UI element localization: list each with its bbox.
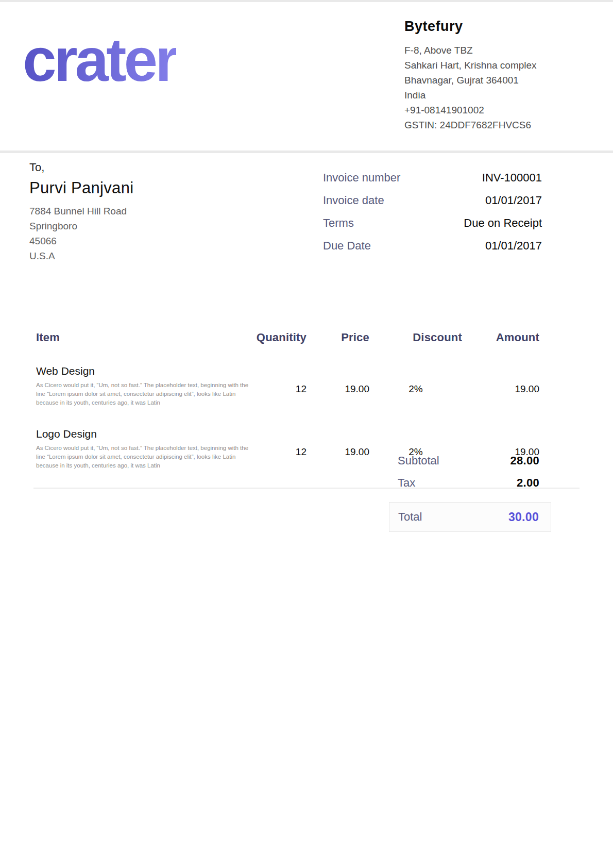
total-value: 30.00 (508, 510, 539, 524)
invoice-page: crater Bytefury F-8, Above TBZ Sahkari H… (0, 0, 613, 868)
customer-name: Purvi Panjvani (29, 179, 246, 197)
top-divider (0, 0, 613, 2)
invoice-number-value: INV-100001 (482, 171, 542, 185)
terms-label: Terms (323, 216, 354, 230)
company-block: Bytefury F-8, Above TBZ Sahkari Hart, Kr… (404, 19, 574, 132)
header-divider (0, 151, 613, 153)
item-price: 19.00 (306, 428, 369, 470)
table-row: Web Design As Cicero would put it, “Um, … (33, 365, 580, 407)
invoice-date-value: 01/01/2017 (485, 194, 542, 207)
item-name: Web Design (33, 365, 250, 377)
item-quantity: 12 (250, 428, 306, 470)
item-price: 19.00 (306, 365, 369, 407)
header-amount: Amount (462, 331, 539, 344)
due-date-label: Due Date (323, 239, 371, 253)
item-name: Logo Design (33, 428, 250, 440)
item-amount: 19.00 (462, 365, 539, 407)
company-phone: +91-08141901002 (404, 103, 574, 118)
customer-address-line: U.S.A (29, 248, 246, 263)
tax-label: Tax (398, 476, 415, 490)
customer-address-line: 7884 Bunnel Hill Road (29, 204, 246, 219)
header-price: Price (306, 331, 369, 344)
total-box: Total 30.00 (389, 502, 551, 532)
totals-block: Subtotal 28.00 Tax 2.00 Total 30.00 (389, 454, 551, 532)
header-item: Item (33, 331, 250, 344)
customer-address: 7884 Bunnel Hill Road Springboro 45066 U… (29, 204, 246, 263)
company-address-line: F-8, Above TBZ (404, 43, 574, 58)
header-discount: Discount (369, 331, 462, 344)
company-gstin: GSTIN: 24DDF7682FHVCS6 (404, 118, 574, 132)
customer-address-line: 45066 (29, 233, 246, 248)
company-address-line: Bhavnagar, Gujrat 364001 (404, 73, 574, 88)
bill-to-prefix: To, (29, 161, 246, 174)
total-label: Total (398, 510, 422, 524)
company-address-line: Sahkari Hart, Krishna complex (404, 58, 574, 73)
customer-address-line: Springboro (29, 219, 246, 233)
due-date-row: Due Date 01/01/2017 (323, 239, 542, 254)
crater-logo: crater (23, 27, 176, 94)
invoice-date-row: Invoice date 01/01/2017 (323, 194, 542, 208)
items-table-header: Item Quanitity Price Discount Amount (33, 331, 580, 344)
subtotal-label: Subtotal (398, 454, 439, 468)
bill-to-block: To, Purvi Panjvani 7884 Bunnel Hill Road… (29, 161, 246, 263)
subtotal-row: Subtotal 28.00 (389, 454, 551, 468)
terms-row: Terms Due on Receipt (323, 216, 542, 231)
terms-value: Due on Receipt (464, 216, 542, 230)
tax-value: 2.00 (517, 476, 539, 490)
subtotal-value: 28.00 (510, 454, 539, 468)
due-date-value: 01/01/2017 (485, 239, 542, 253)
invoice-number-label: Invoice number (323, 171, 400, 185)
item-cell: Web Design As Cicero would put it, “Um, … (33, 365, 250, 407)
item-description: As Cicero would put it, “Um, not so fast… (33, 444, 250, 470)
item-discount: 2% (369, 365, 462, 407)
item-description: As Cicero would put it, “Um, not so fast… (33, 381, 250, 407)
header-quantity: Quanitity (250, 331, 306, 344)
company-name: Bytefury (404, 19, 574, 35)
invoice-meta: Invoice number INV-100001 Invoice date 0… (323, 171, 542, 262)
company-address-line: India (404, 88, 574, 103)
item-cell: Logo Design As Cicero would put it, “Um,… (33, 428, 250, 470)
invoice-number-row: Invoice number INV-100001 (323, 171, 542, 186)
tax-row: Tax 2.00 (389, 476, 551, 490)
invoice-date-label: Invoice date (323, 194, 384, 207)
item-quantity: 12 (250, 365, 306, 407)
